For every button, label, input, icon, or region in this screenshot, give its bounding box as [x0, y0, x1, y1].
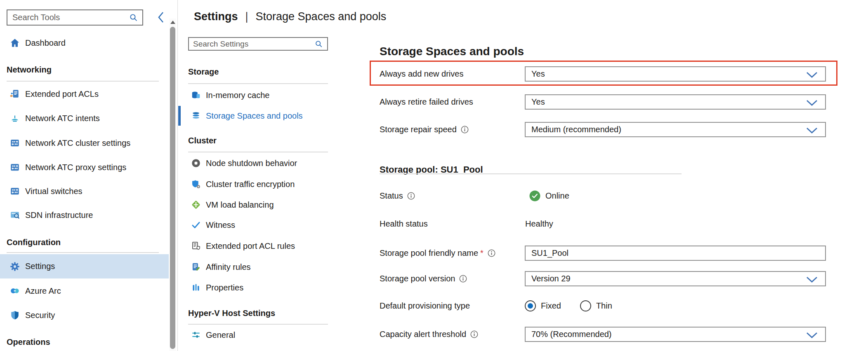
sidebar-item-sdn-infrastructure[interactable]: SDN infrastructure — [0, 207, 169, 223]
chevron-down-icon — [806, 100, 818, 106]
status-online-check-icon — [529, 190, 540, 201]
settings-item-cluster-traffic-encryption[interactable]: Cluster traffic encryption — [178, 176, 351, 192]
checkmark-icon — [190, 220, 201, 231]
radio-thin[interactable] — [580, 300, 591, 311]
storage-pool-friendly-name-input[interactable] — [525, 246, 826, 261]
load-balance-diamond-icon — [190, 199, 201, 211]
home-icon — [9, 37, 20, 49]
sidebar-item-network-atc-cluster-settings[interactable]: Network ATC cluster settings — [0, 135, 169, 151]
settings-item-properties[interactable]: Properties — [178, 279, 351, 296]
settings-section-hyperv: Hyper-V Host Settings — [188, 309, 275, 318]
section-divider — [380, 173, 682, 174]
dropdown-value: Medium (recommended) — [531, 125, 621, 134]
sidebar-item-label: Virtual switches — [25, 187, 83, 196]
sidebar-item-virtual-switches[interactable]: Virtual switches — [0, 183, 169, 199]
settings-item-in-memory-cache[interactable]: In-memory cache — [178, 87, 351, 103]
sidebar-item-label: Dashboard — [25, 38, 66, 48]
network-switch-icon — [9, 186, 20, 197]
collapse-sidebar-button[interactable] — [154, 11, 167, 25]
header-page-title: Storage Spaces and pools — [256, 10, 387, 23]
field-label-status: Status — [380, 188, 415, 204]
radio-label-fixed[interactable]: Fixed — [541, 301, 561, 311]
sidebar-item-dashboard[interactable]: Dashboard — [0, 35, 169, 51]
page-header: Settings | Storage Spaces and pools — [194, 8, 386, 25]
settings-item-label: In-memory cache — [206, 91, 270, 100]
settings-item-general[interactable]: General — [178, 327, 351, 343]
sidebar-item-security[interactable]: Security — [0, 307, 169, 323]
sidebar-item-label: Security — [25, 311, 55, 320]
tools-sidebar: Dashboard Networking Extended port ACLs — [0, 0, 178, 351]
sidebar-item-extended-port-acls[interactable]: Extended port ACLs — [0, 86, 169, 102]
stop-circle-icon — [190, 158, 201, 169]
dropdown-always-add-new-drives[interactable]: Yes — [525, 66, 826, 82]
settings-search-input[interactable] — [189, 40, 314, 49]
settings-item-storage-spaces-and-pools[interactable]: Storage Spaces and pools — [178, 106, 351, 126]
health-status-value: Healthy — [525, 216, 553, 232]
disk-stack-icon — [190, 110, 201, 122]
tools-scrollbar[interactable] — [169, 19, 176, 351]
sdn-monitor-magnifier-icon — [9, 210, 20, 221]
dropdown-storage-repair-speed[interactable]: Medium (recommended) — [525, 122, 826, 137]
sidebar-item-label: Network ATC cluster settings — [25, 138, 130, 148]
sidebar-item-label: Extended port ACLs — [25, 89, 99, 99]
gear-icon — [9, 261, 20, 272]
info-icon[interactable] — [459, 275, 467, 283]
info-icon[interactable] — [407, 192, 415, 200]
search-icon — [314, 40, 323, 49]
sidebar-item-network-atc-proxy-settings[interactable]: Network ATC proxy settings — [0, 159, 169, 176]
radio-fixed[interactable] — [525, 300, 536, 311]
status-value: Online — [545, 188, 569, 204]
field-label-default-provisioning-type: Default provisioning type — [380, 298, 470, 314]
settings-search-box — [188, 37, 328, 51]
page-title: Storage Spaces and pools — [380, 45, 524, 58]
dropdown-value: 70% (Recommended) — [531, 330, 612, 339]
shield-gear-icon — [190, 179, 201, 190]
scroll-up-arrow-icon[interactable] — [170, 21, 175, 24]
dropdown-value: Version 29 — [531, 274, 571, 283]
section-divider — [7, 81, 159, 82]
search-icon — [129, 13, 139, 23]
scrollbar-thumb[interactable] — [170, 27, 175, 349]
sidebar-section-networking: Networking — [7, 65, 52, 75]
chevron-down-icon — [806, 276, 818, 283]
windows-admin-center-screen: Dashboard Networking Extended port ACLs — [0, 0, 868, 351]
section-divider — [188, 83, 328, 84]
info-icon[interactable] — [461, 126, 469, 133]
tools-search-input[interactable] — [7, 13, 129, 22]
sidebar-section-configuration: Configuration — [7, 238, 61, 247]
dropdown-storage-pool-version[interactable]: Version 29 — [525, 271, 826, 286]
settings-item-label: Witness — [206, 220, 235, 230]
dropdown-always-retire-failed-drives[interactable]: Yes — [525, 94, 826, 110]
document-pencil-icon — [190, 262, 201, 273]
settings-item-label: Cluster traffic encryption — [206, 180, 295, 189]
info-icon[interactable] — [488, 249, 495, 257]
document-arrows-icon — [9, 89, 20, 100]
field-label-always-retire-failed-drives: Always retire failed drives — [380, 94, 473, 110]
settings-item-vm-load-balancing[interactable]: VM load balancing — [178, 197, 351, 213]
field-label-storage-repair-speed: Storage repair speed — [380, 122, 469, 137]
settings-item-node-shutdown-behavior[interactable]: Node shutdown behavior — [178, 155, 351, 171]
dropdown-capacity-alert-threshold[interactable]: 70% (Recommended) — [525, 327, 826, 342]
settings-item-affinity-rules[interactable]: Affinity rules — [178, 259, 351, 275]
chevron-down-icon — [806, 72, 818, 78]
required-asterisk: * — [480, 248, 484, 258]
azure-arc-icon — [9, 285, 20, 297]
sidebar-item-label: SDN infrastructure — [25, 211, 93, 220]
sidebar-section-operations: Operations — [7, 337, 50, 347]
sidebar-item-settings[interactable]: Settings — [0, 254, 169, 278]
document-shield-icon — [190, 241, 201, 252]
sidebar-item-network-atc-intents[interactable]: Network ATC intents — [0, 110, 169, 126]
section-divider — [7, 252, 159, 253]
info-icon[interactable] — [470, 330, 478, 338]
settings-item-extended-port-acl-rules[interactable]: Extended port ACL rules — [178, 238, 351, 254]
settings-item-label: Node shutdown behavior — [206, 159, 297, 168]
network-switch-icon — [9, 138, 20, 149]
cache-cylinder-icon — [190, 90, 201, 101]
settings-item-label: Storage Spaces and pools — [206, 111, 303, 121]
provisioning-type-radio-group: Fixed Thin — [525, 298, 612, 314]
settings-item-witness[interactable]: Witness — [178, 217, 351, 233]
field-label-capacity-alert-threshold: Capacity alert threshold — [380, 327, 478, 342]
sidebar-item-azure-arc[interactable]: Azure Arc — [0, 283, 169, 299]
radio-label-thin[interactable]: Thin — [596, 301, 612, 311]
sidebar-item-label: Azure Arc — [25, 286, 61, 296]
